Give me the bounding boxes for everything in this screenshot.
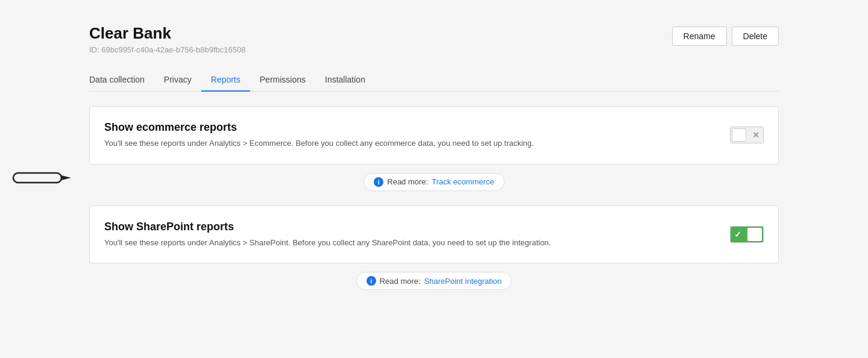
- ecommerce-toggle-container: ✕: [730, 127, 764, 143]
- tabs-nav: Data collection Privacy Reports Permissi…: [89, 69, 779, 92]
- ecommerce-toggle[interactable]: ✕: [730, 127, 764, 143]
- page-container: Clear Bank ID: 69bc995f-c40a-42ae-b756-b…: [0, 0, 868, 328]
- svg-rect-0: [13, 173, 61, 183]
- ecommerce-read-more-link[interactable]: Track ecommerce: [432, 177, 494, 186]
- ecommerce-reports-text: Show ecommerce reports You'll see these …: [104, 121, 534, 149]
- ecommerce-reports-title: Show ecommerce reports: [104, 121, 534, 134]
- sharepoint-toggle-check-icon: ✓: [734, 230, 741, 239]
- tab-privacy[interactable]: Privacy: [154, 69, 201, 92]
- ecommerce-info-icon: i: [374, 177, 383, 187]
- ecommerce-reports-desc: You'll see these reports under Analytics…: [104, 137, 534, 149]
- sharepoint-reports-title: Show SharePoint reports: [104, 221, 551, 233]
- sharepoint-toggle-knob: [747, 228, 762, 241]
- sharepoint-reports-text: Show SharePoint reports You'll see these…: [104, 221, 551, 249]
- ecommerce-read-more-row: i Read more: Track ecommerce: [89, 173, 779, 191]
- sharepoint-reports-card: Show SharePoint reports You'll see these…: [89, 206, 779, 264]
- rename-button[interactable]: Rename: [672, 27, 727, 46]
- sharepoint-read-more-row: i Read more: SharePoint integration: [89, 272, 779, 290]
- page-title: Clear Bank: [89, 24, 245, 43]
- ecommerce-toggle-x-icon: ✕: [752, 130, 760, 140]
- content-area: Show ecommerce reports You'll see these …: [89, 106, 779, 290]
- ecommerce-toggle-knob: [732, 128, 746, 142]
- ecommerce-read-more-pill: i Read more: Track ecommerce: [363, 173, 504, 191]
- tab-reports[interactable]: Reports: [201, 69, 250, 92]
- sharepoint-read-more-prefix: Read more:: [380, 277, 421, 286]
- page-id: ID: 69bc995f-c40a-42ae-b756-b8b9fbc16508: [89, 45, 245, 54]
- sharepoint-reports-desc: You'll see these reports under Analytics…: [104, 237, 551, 249]
- sharepoint-toggle[interactable]: ✓: [730, 226, 764, 243]
- cursor-arrow: [12, 167, 72, 191]
- sharepoint-toggle-container: ✓: [730, 226, 764, 243]
- ecommerce-reports-card: Show ecommerce reports You'll see these …: [89, 106, 779, 165]
- sharepoint-info-icon: i: [366, 276, 376, 286]
- sharepoint-read-more-link[interactable]: SharePoint integration: [424, 277, 502, 286]
- sharepoint-read-more-pill: i Read more: SharePoint integration: [356, 272, 512, 290]
- title-section: Clear Bank ID: 69bc995f-c40a-42ae-b756-b…: [89, 24, 245, 54]
- header-actions: Rename Delete: [672, 27, 779, 46]
- ecommerce-read-more-prefix: Read more:: [387, 177, 428, 186]
- tab-installation[interactable]: Installation: [315, 69, 375, 92]
- tab-permissions[interactable]: Permissions: [250, 69, 315, 92]
- delete-button[interactable]: Delete: [732, 27, 779, 46]
- header: Clear Bank ID: 69bc995f-c40a-42ae-b756-b…: [89, 24, 779, 54]
- tab-data-collection[interactable]: Data collection: [89, 69, 154, 92]
- svg-marker-1: [61, 175, 71, 180]
